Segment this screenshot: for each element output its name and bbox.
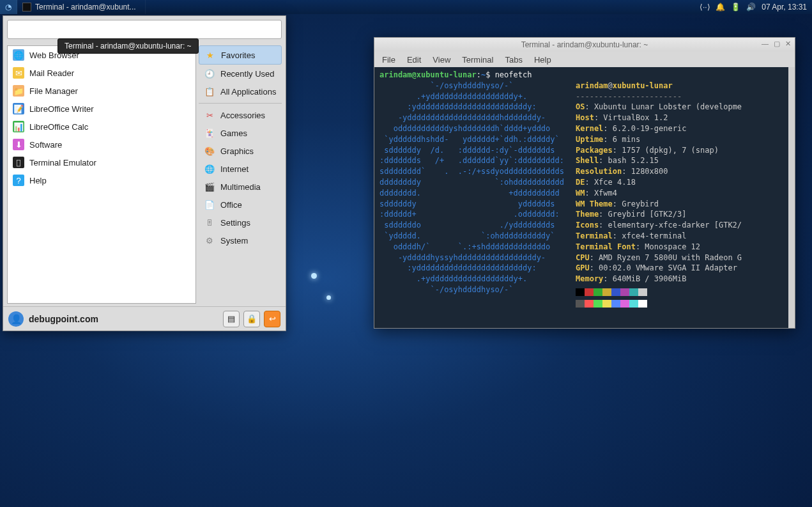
whisker-menu-button[interactable]: ◔: [0, 0, 17, 14]
category-icon: 📄: [204, 199, 215, 210]
category-label: Accessories: [220, 111, 265, 120]
maximize-button[interactable]: ▢: [774, 40, 780, 48]
logout-icon: ↩: [269, 314, 276, 324]
terminal-title-text: Terminal - arindam@xubuntu-lunar: ~: [521, 40, 648, 49]
taskbar-item-terminal[interactable]: Terminal - arindam@xubunt...: [17, 0, 146, 14]
taskbar-item-label: Terminal - arindam@xubunt...: [35, 3, 136, 12]
category-label: System: [220, 236, 248, 246]
categories-list: ★Favorites🕘Recently Used📋All Application…: [199, 45, 282, 304]
app-icon: 📝: [13, 103, 24, 114]
app-item-file-manager[interactable]: 📁File Manager: [8, 82, 195, 100]
app-label: Terminal Emulator: [29, 158, 96, 168]
settings-button[interactable]: ▤: [223, 311, 240, 327]
terminal-titlebar[interactable]: Terminal - arindam@xubuntu-lunar: ~ — ▢ …: [374, 38, 795, 52]
app-icon: ⌷: [13, 157, 24, 168]
category-internet[interactable]: 🌐Internet: [199, 160, 282, 178]
category-label: Settings: [220, 218, 250, 228]
category-label: Office: [220, 200, 242, 210]
category-icon: 🎚: [204, 217, 215, 228]
category-label: Recently Used: [220, 69, 275, 79]
menu-tabs[interactable]: Tabs: [505, 55, 522, 65]
menu-file[interactable]: File: [382, 55, 395, 65]
terminal-icon: [22, 3, 31, 12]
category-system[interactable]: ⚙System: [199, 231, 282, 249]
category-graphics[interactable]: 🎨Graphics: [199, 142, 282, 160]
battery-icon[interactable]: 🔋: [731, 3, 740, 12]
terminal-scrollbar[interactable]: [788, 67, 795, 328]
volume-icon[interactable]: 🔊: [746, 3, 755, 12]
category-icon: ★: [204, 49, 216, 61]
notifications-icon[interactable]: 🔔: [716, 3, 724, 12]
category-office[interactable]: 📄Office: [199, 196, 282, 214]
footer-username: debugpoint.com: [29, 314, 98, 324]
category-games[interactable]: 🃏Games: [199, 124, 282, 142]
app-label: LibreOffice Calc: [29, 122, 88, 132]
menu-terminal[interactable]: Terminal: [462, 55, 493, 65]
app-icon: 📁: [13, 85, 24, 97]
lock-icon: 🔒: [247, 314, 257, 324]
category-icon: 🎨: [204, 145, 215, 157]
lock-button[interactable]: 🔒: [243, 311, 260, 327]
category-label: All Applications: [220, 87, 276, 97]
category-separator: [199, 103, 282, 104]
category-label: Favorites: [221, 51, 255, 60]
menu-edit[interactable]: Edit: [407, 55, 421, 65]
terminal-window: Terminal - arindam@xubuntu-lunar: ~ — ▢ …: [374, 37, 795, 329]
close-button[interactable]: ✕: [785, 40, 791, 48]
app-label: Software: [29, 140, 62, 150]
category-recently-used[interactable]: 🕘Recently Used: [199, 65, 282, 82]
app-item-software[interactable]: ⬇Software: [8, 136, 195, 153]
top-panel: ◔ Terminal - arindam@xubunt... ⟨··⟩ 🔔 🔋 …: [0, 0, 812, 14]
app-icon: ?: [13, 175, 24, 186]
whisker-menu: 🔍 Terminal - arindam@xubuntu-lunar: ~ 🌐W…: [3, 15, 286, 331]
app-icon: 📊: [13, 121, 24, 132]
color-palette: [576, 288, 742, 308]
category-icon: ⚙: [204, 235, 215, 246]
favorites-list: 🌐Web Browser✉Mail Reader📁File Manager📝Li…: [7, 45, 196, 304]
category-favorites[interactable]: ★Favorites: [199, 45, 282, 65]
minimize-button[interactable]: —: [762, 40, 769, 48]
category-settings[interactable]: 🎚Settings: [199, 214, 282, 231]
menu-help[interactable]: Help: [534, 55, 551, 65]
category-label: Multimedia: [220, 182, 261, 192]
category-all-applications[interactable]: 📋All Applications: [199, 82, 282, 100]
network-icon[interactable]: ⟨··⟩: [700, 3, 709, 12]
category-multimedia[interactable]: 🎬Multimedia: [199, 178, 282, 196]
user-avatar-icon: 👤: [8, 311, 24, 327]
app-item-mail-reader[interactable]: ✉Mail Reader: [8, 64, 195, 82]
app-item-terminal-emulator[interactable]: ⌷Terminal Emulator: [8, 153, 195, 171]
search-tooltip: Terminal - arindam@xubuntu-lunar: ~: [57, 38, 199, 54]
terminal-menubar: FileEditViewTerminalTabsHelp: [374, 52, 795, 67]
category-label: Graphics: [220, 146, 254, 156]
app-label: Mail Reader: [29, 68, 74, 78]
app-item-help[interactable]: ?Help: [8, 171, 195, 189]
category-icon: 🕘: [204, 68, 215, 79]
category-icon: 🌐: [204, 163, 215, 175]
category-icon: 🃏: [204, 127, 215, 139]
app-label: File Manager: [29, 86, 78, 96]
menu-view[interactable]: View: [433, 55, 450, 65]
category-icon: ✂: [204, 109, 215, 121]
category-label: Internet: [220, 164, 249, 174]
category-label: Games: [220, 129, 247, 138]
app-icon: ✉: [13, 67, 24, 79]
app-item-libreoffice-writer[interactable]: 📝LibreOffice Writer: [8, 100, 195, 118]
app-icon: 🌐: [13, 49, 24, 61]
panel-clock[interactable]: 07 Apr, 13:31: [762, 3, 807, 12]
xubuntu-logo-icon: ◔: [5, 3, 11, 12]
app-label: Help: [29, 176, 47, 185]
category-accessories[interactable]: ✂Accessories: [199, 106, 282, 124]
search-input[interactable]: [7, 20, 282, 39]
terminal-content[interactable]: arindam@xubuntu-lunar:~$ neofetch `-/osy…: [374, 67, 788, 328]
app-label: LibreOffice Writer: [29, 104, 94, 114]
category-icon: 📋: [204, 86, 215, 97]
app-icon: ⬇: [13, 139, 24, 150]
settings-icon: ▤: [227, 314, 235, 324]
category-icon: 🎬: [204, 181, 215, 192]
app-item-libreoffice-calc[interactable]: 📊LibreOffice Calc: [8, 118, 195, 136]
logout-button[interactable]: ↩: [264, 311, 280, 327]
